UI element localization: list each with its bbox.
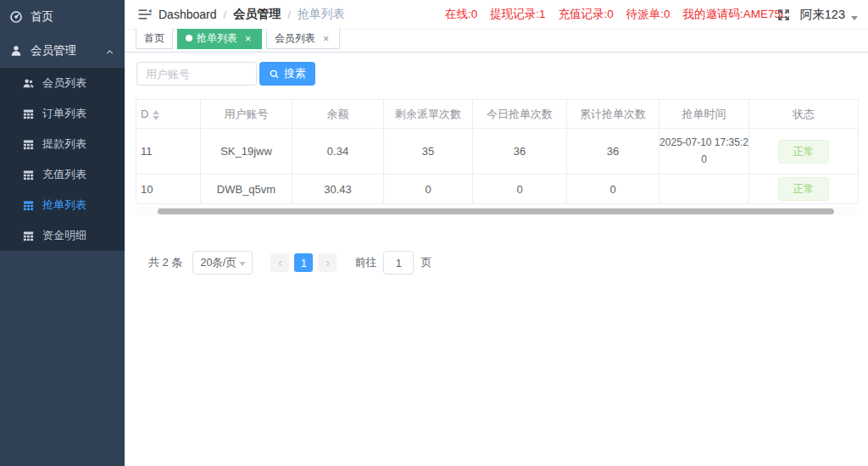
sidebar-item-member-list[interactable]: 会员列表 <box>0 68 125 98</box>
sidebar: 首页 会员管理 <box>0 0 125 466</box>
column-header-account: 用户账号 <box>201 100 292 129</box>
sidebar-item-grab-list[interactable]: 抢单列表 <box>0 190 125 220</box>
page-content: 搜素 D 用户账号 余额 剩余派 <box>125 53 868 465</box>
stat-online: 在线:0 <box>445 7 477 22</box>
cell-balance: 30.43 <box>292 175 384 204</box>
tab-label: 首页 <box>144 31 164 46</box>
users-icon <box>22 77 35 90</box>
column-header-today-grabs: 今日抢单次数 <box>473 100 567 129</box>
search-input[interactable] <box>136 62 257 86</box>
cell-id: 10 <box>136 175 201 204</box>
prev-page-button[interactable]: ‹ <box>270 253 289 272</box>
search-button[interactable]: 搜素 <box>259 62 315 86</box>
sidebar-item-label: 提款列表 <box>42 136 86 152</box>
status-badge: 正常 <box>778 140 829 164</box>
scrollbar-thumb[interactable] <box>158 208 834 214</box>
column-header-remaining-dispatch: 剩余派單次數 <box>384 100 473 129</box>
next-page-button[interactable]: › <box>318 253 337 272</box>
table-header-row: D 用户账号 余额 剩余派單次數 今日抢单次数 累计抢单次数 抢单时间 状态 <box>136 100 859 129</box>
goto-label: 前往 <box>354 255 376 270</box>
cell-account: DWB_q5vm <box>201 175 292 204</box>
breadcrumb-member-management[interactable]: 会员管理 <box>233 7 281 22</box>
goto-page-input[interactable] <box>383 251 414 275</box>
active-dot-icon <box>186 35 192 42</box>
dashboard-icon <box>9 10 23 24</box>
breadcrumb-separator: / <box>287 8 291 21</box>
table-row[interactable]: 10 DWB_q5vm 30.43 0 0 0 正常 <box>136 175 859 204</box>
breadcrumb-current: 抢单列表 <box>298 7 345 22</box>
grid-icon <box>22 230 35 242</box>
fullscreen-icon[interactable] <box>776 8 791 22</box>
close-icon[interactable]: × <box>242 33 253 44</box>
cell-today-grabs: 36 <box>473 129 567 175</box>
breadcrumb-dashboard[interactable]: Dashboard <box>159 8 217 21</box>
chevron-down-icon <box>239 262 246 266</box>
status-badge: 正常 <box>778 177 829 201</box>
horizontal-scrollbar <box>136 207 858 215</box>
cell-status: 正常 <box>749 129 859 175</box>
tab-label: 抢单列表 <box>197 31 237 46</box>
stat-withdraw-records: 提现记录:1 <box>490 7 545 22</box>
header-right: 阿来123 <box>776 0 858 29</box>
column-header-total-grabs: 累计抢单次数 <box>567 100 659 129</box>
close-icon[interactable]: × <box>320 33 331 44</box>
tab-grab-list[interactable]: 抢单列表 × <box>177 27 262 49</box>
sidebar-item-label: 充值列表 <box>42 167 86 182</box>
pagination: 共 2 条 20条/页 ‹ 1 › 前往 页 <box>148 251 431 275</box>
sidebar-item-label: 会员管理 <box>31 43 76 58</box>
tab-member-list[interactable]: 会员列表 × <box>266 27 340 49</box>
column-header-status: 状态 <box>749 100 859 129</box>
header-stats: 在线:0 提现记录:1 充值记录:0 待派单:0 我的邀请码:AME75L <box>445 0 787 29</box>
sort-caret-icon[interactable] <box>153 110 159 120</box>
tags-view: 首页 抢单列表 × 会员列表 × <box>125 29 868 53</box>
sidebar-item-label: 抢单列表 <box>42 197 86 213</box>
page-number-1[interactable]: 1 <box>294 253 313 272</box>
grid-icon <box>22 199 35 212</box>
cell-id: 11 <box>136 129 201 175</box>
sidebar-item-member-management[interactable]: 会员管理 <box>0 34 125 68</box>
user-icon <box>9 44 23 58</box>
sidebar-item-order-list[interactable]: 订单列表 <box>0 98 125 129</box>
username: 阿来123 <box>800 7 845 23</box>
sidebar-item-label: 首页 <box>31 9 53 25</box>
goto-unit-label: 页 <box>420 255 431 270</box>
grid-icon <box>22 138 35 151</box>
column-header-id[interactable]: D <box>136 100 201 129</box>
grid-icon <box>22 169 35 181</box>
cell-today-grabs: 0 <box>473 175 567 204</box>
user-menu[interactable]: 阿来123 <box>800 7 858 23</box>
sidebar-item-withdraw-list[interactable]: 提款列表 <box>0 129 125 159</box>
page-size-select[interactable]: 20条/页 <box>192 251 253 275</box>
tab-label: 会员列表 <box>275 31 315 46</box>
data-table: D 用户账号 余额 剩余派單次數 今日抢单次数 累计抢单次数 抢单时间 状态 <box>136 99 858 204</box>
cell-remaining-dispatch: 0 <box>384 175 473 204</box>
search-button-label: 搜素 <box>284 66 306 81</box>
cell-balance: 0.34 <box>292 129 384 175</box>
cell-total-grabs: 0 <box>567 175 659 204</box>
sidebar-item-home[interactable]: 首页 <box>0 0 125 34</box>
top-navbar: Dashboard / 会员管理 / 抢单列表 在线:0 提现记录:1 充值记录… <box>125 0 868 29</box>
stat-invite-code: 我的邀请码:AME75L <box>683 7 787 22</box>
sidebar-item-funds-detail[interactable]: 资金明细 <box>0 220 125 251</box>
grid-icon <box>22 108 35 120</box>
hamburger-icon[interactable] <box>137 7 153 22</box>
pagination-total: 共 2 条 <box>148 255 182 270</box>
main-panel: Dashboard / 会员管理 / 抢单列表 在线:0 提现记录:1 充值记录… <box>125 0 868 466</box>
breadcrumb: Dashboard / 会员管理 / 抢单列表 <box>159 0 345 29</box>
tab-home[interactable]: 首页 <box>136 27 173 49</box>
cell-total-grabs: 36 <box>567 129 659 175</box>
sidebar-item-recharge-list[interactable]: 充值列表 <box>0 159 125 190</box>
cell-status: 正常 <box>749 175 859 204</box>
cell-remaining-dispatch: 35 <box>384 129 473 175</box>
sidebar-submenu: 会员列表 订单列表 提款列表 <box>0 68 125 251</box>
stat-pending-dispatch: 待派单:0 <box>626 7 670 22</box>
sidebar-item-label: 会员列表 <box>42 75 86 91</box>
breadcrumb-separator: / <box>224 8 227 21</box>
app-root: 首页 会员管理 <box>0 0 868 466</box>
column-header-balance: 余额 <box>292 100 384 129</box>
page-size-value: 20条/页 <box>200 256 236 270</box>
table-row[interactable]: 11 SK_19jww 0.34 35 36 36 2025-07-10 17:… <box>136 129 859 175</box>
cell-grab-time: 2025-07-10 17:35:20 <box>659 129 749 175</box>
chevron-up-icon <box>105 47 114 56</box>
column-header-grab-time: 抢单时间 <box>659 100 749 129</box>
